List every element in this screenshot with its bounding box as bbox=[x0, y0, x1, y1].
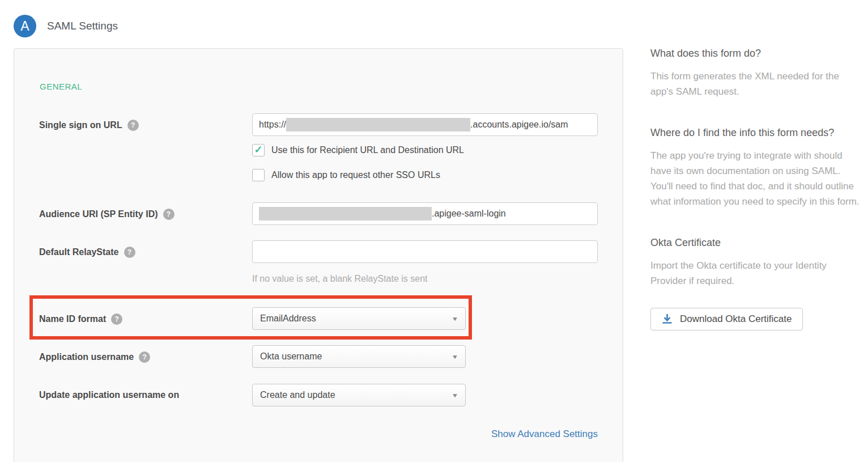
help-icon[interactable]: ? bbox=[124, 247, 135, 258]
name-id-format-highlight: Name ID format ? EmailAddress ▼ bbox=[29, 295, 472, 340]
default-relaystate-label: Default RelayState bbox=[39, 247, 119, 257]
check-icon: ✓ bbox=[254, 145, 262, 155]
update-username-row: Update application username on Create an… bbox=[39, 384, 598, 406]
help-icon[interactable]: ? bbox=[163, 209, 175, 220]
help-icon[interactable]: ? bbox=[111, 313, 122, 325]
sso-url-prefix: https:// bbox=[259, 120, 286, 130]
general-section-title: GENERAL bbox=[40, 82, 598, 91]
update-username-value: Create and update bbox=[260, 390, 335, 400]
sidebar-section-certificate: Okta Certificate Import the Okta certifi… bbox=[650, 237, 863, 289]
update-username-select[interactable]: Create and update ▼ bbox=[252, 384, 466, 406]
audience-uri-controls: .apigee-saml-login bbox=[252, 202, 598, 225]
help-icon[interactable]: ? bbox=[127, 120, 139, 131]
advanced-settings-row: Show Advanced Settings bbox=[39, 429, 598, 440]
relaystate-hint: If no value is set, a blank RelayState i… bbox=[252, 274, 598, 284]
step-a-badge: A bbox=[14, 15, 36, 37]
sidebar-heading: Okta Certificate bbox=[650, 237, 863, 249]
application-username-row: Application username ? Okta username ▼ bbox=[39, 345, 598, 368]
default-relaystate-row: Default RelayState ? If no value is set,… bbox=[39, 240, 598, 284]
single-sign-on-url-controls: https:// .accounts.apigee.io/sam ✓ Use t… bbox=[252, 113, 598, 181]
recipient-url-checkbox[interactable]: ✓ bbox=[252, 144, 265, 156]
help-sidebar: What does this form do? This form genera… bbox=[650, 48, 863, 330]
help-icon[interactable]: ? bbox=[139, 351, 150, 363]
audience-uri-suffix: .apigee-saml-login bbox=[432, 209, 506, 219]
default-relaystate-controls: If no value is set, a blank RelayState i… bbox=[252, 240, 598, 284]
name-id-format-controls: EmailAddress ▼ bbox=[252, 307, 469, 330]
download-button-label: Download Okta Certificate bbox=[680, 313, 792, 325]
audience-uri-label-group: Audience URI (SP Entity ID) ? bbox=[39, 202, 252, 220]
page-header: A SAML Settings bbox=[0, 0, 868, 37]
sidebar-heading: What does this form do? bbox=[650, 48, 863, 60]
recipient-url-checkbox-row: ✓ Use this for Recipient URL and Destina… bbox=[252, 144, 598, 156]
update-username-label-group: Update application username on bbox=[39, 384, 252, 400]
name-id-format-select[interactable]: EmailAddress ▼ bbox=[252, 307, 466, 330]
sso-url-suffix: .accounts.apigee.io/sam bbox=[470, 120, 568, 130]
saml-settings-page: A SAML Settings GENERAL Single sign on U… bbox=[0, 0, 868, 462]
show-advanced-settings-link[interactable]: Show Advanced Settings bbox=[491, 429, 598, 439]
single-sign-on-url-row: Single sign on URL ? https:// .accounts.… bbox=[39, 113, 598, 181]
application-username-label: Application username bbox=[39, 352, 134, 362]
application-username-controls: Okta username ▼ bbox=[252, 345, 598, 368]
audience-uri-row: Audience URI (SP Entity ID) ? .apigee-sa… bbox=[39, 202, 598, 225]
redacted-block bbox=[259, 207, 432, 221]
audience-uri-label: Audience URI (SP Entity ID) bbox=[39, 209, 158, 219]
default-relaystate-label-group: Default RelayState ? bbox=[39, 240, 252, 258]
other-sso-checkbox[interactable] bbox=[252, 169, 265, 181]
saml-settings-panel: GENERAL Single sign on URL ? https:// .a… bbox=[14, 48, 623, 462]
sidebar-body-text: Import the Okta certificate to your Iden… bbox=[650, 258, 863, 289]
download-icon bbox=[662, 313, 673, 324]
name-id-format-label: Name ID format bbox=[39, 314, 106, 324]
update-username-controls: Create and update ▼ bbox=[252, 384, 598, 406]
sidebar-section-what: What does this form do? This form genera… bbox=[650, 48, 863, 99]
redacted-block bbox=[286, 118, 470, 132]
audience-uri-input[interactable]: .apigee-saml-login bbox=[252, 202, 598, 225]
sidebar-section-where: Where do I find the info this form needs… bbox=[650, 127, 863, 209]
application-username-value: Okta username bbox=[260, 351, 322, 362]
page-title: SAML Settings bbox=[47, 20, 118, 32]
recipient-url-checkbox-label: Use this for Recipient URL and Destinati… bbox=[271, 145, 464, 155]
chevron-down-icon: ▼ bbox=[452, 316, 459, 322]
name-id-format-label-group: Name ID format ? bbox=[39, 307, 252, 325]
single-sign-on-url-label: Single sign on URL bbox=[39, 120, 122, 130]
sidebar-body-text: This form generates the XML needed for t… bbox=[650, 69, 863, 99]
single-sign-on-url-label-group: Single sign on URL ? bbox=[39, 113, 252, 131]
default-relaystate-input[interactable] bbox=[252, 240, 598, 263]
single-sign-on-url-input[interactable]: https:// .accounts.apigee.io/sam bbox=[252, 113, 598, 136]
chevron-down-icon: ▼ bbox=[452, 354, 459, 360]
sidebar-body-text: The app you're trying to integrate with … bbox=[650, 148, 863, 209]
download-okta-certificate-button[interactable]: Download Okta Certificate bbox=[650, 308, 803, 330]
other-sso-checkbox-row: Allow this app to request other SSO URLs bbox=[252, 169, 598, 181]
name-id-format-value: EmailAddress bbox=[260, 313, 316, 324]
update-username-label: Update application username on bbox=[39, 390, 179, 400]
sidebar-heading: Where do I find the info this form needs… bbox=[650, 127, 863, 139]
application-username-select[interactable]: Okta username ▼ bbox=[252, 345, 466, 368]
other-sso-checkbox-label: Allow this app to request other SSO URLs bbox=[271, 170, 440, 180]
chevron-down-icon: ▼ bbox=[452, 392, 459, 399]
application-username-label-group: Application username ? bbox=[39, 345, 252, 363]
